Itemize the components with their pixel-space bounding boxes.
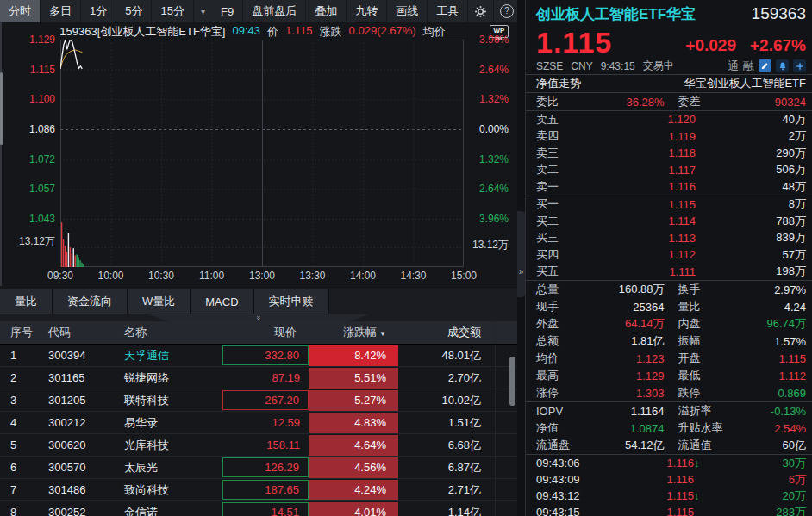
bid-row[interactable]: 买四1.11257万 <box>526 246 812 264</box>
ask-row[interactable]: 卖四1.1192万 <box>526 128 812 146</box>
cell-price: 158.11 <box>215 436 309 454</box>
edit-pencil-icon[interactable] <box>759 59 771 72</box>
stat-value: 1.81亿 <box>598 333 665 349</box>
ask-amount: 40万 <box>696 112 806 127</box>
interval-dropdown-caret[interactable]: ▾ <box>194 0 212 22</box>
table-row[interactable]: 5300620光库科技158.114.64%6.68亿 <box>0 434 517 457</box>
time-axis-tick: 10:30 <box>148 270 174 282</box>
collapse-notch[interactable]: » <box>148 314 369 321</box>
toolbar-action[interactable]: 叠加 <box>306 0 347 22</box>
weicha-label: 委差 <box>678 94 740 109</box>
cell-code: 301486 <box>38 483 114 496</box>
table-row[interactable]: 6300570太辰光126.294.56%6.87亿 <box>0 457 517 479</box>
pct-axis-tick: 3.96% <box>462 213 509 225</box>
cell-index: 3 <box>0 394 38 407</box>
ask-row[interactable]: 卖五1.12040万 <box>526 111 812 128</box>
toolbar-action[interactable]: 画线 <box>387 0 428 22</box>
bid-amount: 57万 <box>696 247 806 263</box>
cell-change-pct: 4.83% <box>309 413 398 433</box>
bid-row[interactable]: 买三1.113839万 <box>526 230 812 247</box>
stat-label: 现手 <box>536 299 598 314</box>
ask-amount: 506万 <box>696 162 806 177</box>
tick-time: 09:43:06 <box>536 457 609 469</box>
bid-row[interactable]: 买一1.1158万 <box>526 196 812 214</box>
indicator-tab[interactable]: 资金流向 <box>53 289 128 314</box>
table-row[interactable]: 3301205联特科技267.205.27%10.02亿 <box>0 389 517 412</box>
indicator-tab[interactable]: 量比 <box>0 289 53 314</box>
bid-price: 1.114 <box>593 214 696 227</box>
toolbar-action[interactable]: 盘前盘后 <box>243 0 306 22</box>
cell-code: 300620 <box>38 438 114 451</box>
cell-extra <box>495 412 517 433</box>
price-change: +0.029 <box>685 36 736 55</box>
nav-left-label: 净值走势 <box>536 76 581 91</box>
table-row[interactable]: 8300252金信诺14.514.01%1.14亿 <box>0 501 517 516</box>
col-header[interactable]: 现价 <box>215 325 309 340</box>
cell-code: 300570 <box>38 461 114 474</box>
cell-name: 金信诺 <box>114 505 215 516</box>
cell-index: 5 <box>0 438 38 451</box>
period-tab[interactable]: 1分 <box>81 0 116 22</box>
pct-axis-tick: 2.64% <box>462 64 509 76</box>
toolbar-action[interactable]: 工具 <box>428 0 468 22</box>
table-row[interactable]: 7301486致尚科技187.654.24%2.71亿 <box>0 479 517 501</box>
price-change-pct: +2.67% <box>750 36 806 55</box>
table-scrollbar-thumb[interactable] <box>509 357 515 406</box>
stat-label: 总量 <box>536 282 598 297</box>
cell-turnover: 2.71亿 <box>398 482 495 498</box>
toolbar-action[interactable]: 九转 <box>347 0 387 22</box>
period-tab[interactable]: 15分 <box>152 0 193 22</box>
bid-row[interactable]: 买二1.114788万 <box>526 213 812 230</box>
table-row[interactable]: 4300212易华录12.594.83%1.51亿 <box>0 412 517 434</box>
weibi-label: 委比 <box>536 94 598 109</box>
divider-collapse-handle[interactable]: » <box>517 211 525 297</box>
add-plus-icon[interactable] <box>793 59 806 72</box>
indicator-tab[interactable]: 实时申赎 <box>254 289 329 314</box>
stat-value: 54.12亿 <box>598 438 665 453</box>
cell-turnover: 2.70亿 <box>398 370 495 386</box>
price-label: 价 <box>267 24 278 40</box>
indicator-tab[interactable]: W量比 <box>128 289 191 314</box>
bid-label: 买一 <box>536 196 593 212</box>
intraday-plot[interactable] <box>60 40 464 267</box>
quote-time: 9:43:15 <box>601 60 635 72</box>
ask-row[interactable]: 卖二1.117506万 <box>526 162 812 179</box>
table-row[interactable]: 1300394天孚通信332.808.42%48.01亿 <box>0 345 517 367</box>
stat-value: 1.123 <box>598 352 665 365</box>
table-row[interactable]: 2301165锐捷网络87.195.51%2.70亿 <box>0 367 517 389</box>
stat-label: 均价 <box>536 351 598 366</box>
ask-row[interactable]: 卖三1.118290万 <box>526 145 812 162</box>
bid-price: 1.112 <box>593 248 696 261</box>
security-code: 159363 <box>752 4 806 23</box>
intraday-chart-area[interactable]: 159363[创业板人工智能ETF华宝] 09:43 价 1.115 涨跌 0.… <box>0 22 517 289</box>
chart-toolbar: 分时多日1分5分15分 ▾ F9盘前盘后叠加九转画线工具 ? › <box>0 0 517 23</box>
ask-price: 1.118 <box>593 146 696 159</box>
toolbar-action[interactable]: F9 <box>212 0 243 22</box>
stat-value: 1.129 <box>598 370 665 382</box>
cell-turnover: 1.14亿 <box>398 505 495 516</box>
indicator-tab[interactable]: MACD <box>191 289 253 314</box>
period-tab[interactable]: 多日 <box>41 0 81 22</box>
col-header[interactable]: 序号 <box>0 325 38 340</box>
col-header-sorted[interactable]: 涨跌幅▼ <box>309 325 398 340</box>
nav-tab-nav-value[interactable]: 净值走势 华宝创业板人工智能ETF <box>526 74 812 93</box>
col-header[interactable]: 代码 <box>38 325 114 340</box>
toolbar-actions: F9盘前盘后叠加九转画线工具 <box>212 0 468 22</box>
settings-gear-icon[interactable] <box>468 0 494 22</box>
period-tab[interactable]: 分时 <box>0 0 41 22</box>
cell-extra <box>495 479 517 500</box>
tick-price: 1.116 <box>609 473 694 486</box>
quote-panel: 创业板人工智能ETF华宝 159363 1.115 +0.029 +2.67% … <box>525 0 812 516</box>
cell-turnover: 6.87亿 <box>398 460 495 476</box>
period-tab[interactable]: 5分 <box>116 0 152 22</box>
tick-time: 09:43:09 <box>536 473 609 486</box>
col-header[interactable]: 成交额 <box>398 325 495 340</box>
cell-index: 1 <box>0 349 38 362</box>
currency-label: CNY <box>571 60 592 72</box>
cell-index: 7 <box>0 483 38 496</box>
col-header[interactable]: 名称 <box>114 325 215 340</box>
ask-row[interactable]: 卖一1.11648万 <box>526 178 812 196</box>
alert-bell-icon[interactable] <box>776 59 789 72</box>
bid-row[interactable]: 买五1.111198万 <box>526 264 812 281</box>
ask-price: 1.116 <box>593 180 696 193</box>
